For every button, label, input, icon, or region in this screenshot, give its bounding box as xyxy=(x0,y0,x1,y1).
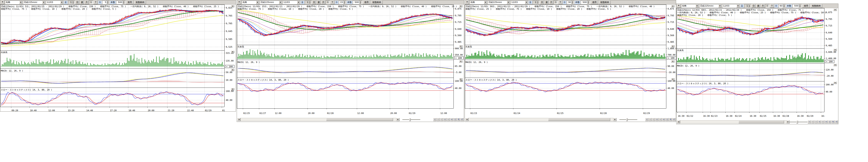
collapse-macd-pane-button[interactable]: ▼ xyxy=(833,64,837,66)
spinner-updown-icon[interactable] xyxy=(309,1,311,4)
step-back-icon[interactable]: ‹ xyxy=(811,120,814,123)
collapse-macd-pane-button[interactable]: ▼ xyxy=(671,60,675,63)
period-button-minute[interactable]: 分 xyxy=(89,1,93,4)
chevron-down-icon[interactable]: ▼ xyxy=(718,4,721,7)
collapse-stoch-pane-button[interactable]: ▼ xyxy=(459,78,462,80)
spinner-updown-icon[interactable] xyxy=(72,1,74,4)
period-button-day[interactable]: 日 xyxy=(75,1,80,4)
h-scrollbar-track[interactable] xyxy=(241,118,396,121)
bar-count-spinner[interactable]: 500 xyxy=(353,1,362,4)
chart-menu-dropdown[interactable]: ▼ xyxy=(677,4,681,8)
step-forward-icon[interactable]: › xyxy=(814,120,818,123)
chevron-down-icon[interactable]: ▼ xyxy=(279,1,282,4)
spinner-updown-icon[interactable] xyxy=(123,1,125,4)
step-back-icon[interactable]: ‹ xyxy=(437,118,440,121)
collapse-price-pane-button[interactable]: ▼ xyxy=(459,5,462,7)
spinner-updown-icon[interactable] xyxy=(537,1,539,4)
multi-symbol-button[interactable]: 複数銘柄 xyxy=(599,1,611,4)
symbol-select[interactable]: 日経225mini▼ xyxy=(23,1,45,4)
zoom-in-icon[interactable]: + xyxy=(818,120,821,123)
zoom-out-icon[interactable]: − xyxy=(821,120,825,123)
h-scrollbar-left-arrow[interactable]: ◄ xyxy=(677,120,680,123)
zoom-slider-handle[interactable] xyxy=(409,118,411,121)
multi-symbol-button[interactable]: 複数銘柄 xyxy=(134,1,146,4)
period-button-week[interactable]: 週 xyxy=(545,1,549,4)
refresh-icon[interactable]: ↺ xyxy=(460,118,463,121)
jump-start-icon[interactable]: « xyxy=(808,120,811,123)
zoom-in-icon[interactable]: + xyxy=(655,118,658,121)
chevron-down-icon[interactable]: ▼ xyxy=(42,1,45,4)
refresh-icon[interactable]: ↺ xyxy=(835,120,838,123)
pan-icon[interactable]: ↔ xyxy=(662,118,665,121)
spinner-updown-icon[interactable] xyxy=(783,4,785,7)
h-scrollbar-left-arrow[interactable]: ◄ xyxy=(465,118,468,121)
h-scrollbar-right-arrow[interactable]: ► xyxy=(613,118,617,121)
collapse-volume-pane-button[interactable]: ▼ xyxy=(459,45,462,47)
contract-select[interactable]: 12/03▼ xyxy=(283,1,300,4)
multi-symbol-button[interactable]: 複数銘柄 xyxy=(810,4,822,8)
contract-select[interactable]: 12/03▼ xyxy=(510,1,528,4)
zoom-out-icon[interactable]: − xyxy=(447,118,450,121)
pan-icon[interactable]: ↔ xyxy=(825,120,828,123)
zoom-slider[interactable] xyxy=(402,119,420,120)
chevron-down-icon[interactable]: ▼ xyxy=(60,1,63,4)
fit-icon[interactable]: ⇅ xyxy=(831,120,835,123)
period-button-week[interactable]: 週 xyxy=(317,1,321,4)
step-forward-icon[interactable]: › xyxy=(440,118,443,121)
period-button-day[interactable]: 日 xyxy=(312,1,316,4)
tick-size-spinner[interactable]: 1 xyxy=(305,1,311,4)
chart-30min-canvas[interactable]: 9,8759,7959,7159,6409,5609,4851,800.0070… xyxy=(465,0,676,122)
chart-menu-dropdown[interactable]: ▼ xyxy=(237,0,241,4)
chart-5min-canvas[interactable]: 9,8259,7659,7059,6459,5859,525315.00135.… xyxy=(0,0,236,111)
collapse-stoch-pane-button[interactable]: ▼ xyxy=(833,82,837,84)
minute-value-spinner[interactable]: 5 xyxy=(102,1,110,4)
range-icon[interactable]: ▯ xyxy=(828,120,831,123)
chart-60min-canvas[interactable]: 9,8759,7959,7159,6409,5609,4853,600.001,… xyxy=(677,4,838,124)
range-icon[interactable]: ▯ xyxy=(665,118,669,121)
spinner-updown-icon[interactable] xyxy=(359,1,362,4)
zoom-slider-handle[interactable] xyxy=(626,118,628,121)
chevron-down-icon[interactable]: ▼ xyxy=(695,4,699,7)
jump-start-icon[interactable]: « xyxy=(645,118,648,121)
category-select[interactable]: 先物▼ xyxy=(5,1,23,4)
refresh-icon[interactable]: ↺ xyxy=(672,118,676,121)
apply-button[interactable]: 適用 xyxy=(126,1,133,4)
zoom-slider[interactable] xyxy=(619,119,637,120)
tick-size-spinner[interactable]: 1 xyxy=(744,4,751,8)
period-button-tick[interactable]: T xyxy=(94,1,98,4)
symbol-select[interactable]: 日経225mini▼ xyxy=(488,1,510,4)
jump-start-icon[interactable]: « xyxy=(433,118,436,121)
spinner-updown-icon[interactable] xyxy=(571,1,574,4)
symbol-select[interactable]: 日経225mini▼ xyxy=(699,4,722,8)
chevron-down-icon[interactable]: ▼ xyxy=(525,1,528,4)
step-back-icon[interactable]: ‹ xyxy=(649,118,652,121)
period-button-day[interactable]: 日 xyxy=(752,4,755,8)
collapse-price-pane-button[interactable]: ▼ xyxy=(833,8,837,11)
collapse-price-pane-button[interactable]: ▼ xyxy=(671,5,675,7)
period-button-week[interactable]: 週 xyxy=(80,1,84,4)
zoom-in-icon[interactable]: + xyxy=(443,118,446,121)
zoom-slider-handle[interactable] xyxy=(796,121,798,123)
symbol-select[interactable]: 日経225mini▼ xyxy=(260,1,282,4)
h-scrollbar-track[interactable] xyxy=(680,120,786,123)
pan-icon[interactable]: ↔ xyxy=(450,118,453,121)
bar-count-spinner[interactable]: 500 xyxy=(581,1,590,4)
minute-value-spinner[interactable]: 15 xyxy=(339,1,346,4)
multi-symbol-button[interactable]: 複数銘柄 xyxy=(371,1,383,4)
spinner-updown-icon[interactable] xyxy=(748,4,751,7)
period-button-month[interactable]: 月 xyxy=(549,1,553,4)
chart-menu-dropdown[interactable]: ▼ xyxy=(1,0,4,4)
bar-count-spinner[interactable]: 500 xyxy=(793,4,802,8)
collapse-macd-pane-button[interactable]: ▼ xyxy=(459,60,462,63)
h-scrollbar-thumb[interactable] xyxy=(326,118,393,121)
period-button-month[interactable]: 月 xyxy=(761,4,765,8)
period-button-month[interactable]: 月 xyxy=(85,1,89,4)
chevron-down-icon[interactable]: ▼ xyxy=(737,4,740,7)
period-button-week[interactable]: 週 xyxy=(756,4,760,8)
h-scrollbar-thumb[interactable] xyxy=(548,118,611,121)
range-icon[interactable]: ▯ xyxy=(454,118,457,121)
spinner-updown-icon[interactable] xyxy=(343,1,346,4)
zoom-slider[interactable] xyxy=(789,122,808,122)
chevron-down-icon[interactable]: ▼ xyxy=(19,1,22,4)
h-scrollbar-left-arrow[interactable]: ◄ xyxy=(237,118,241,121)
